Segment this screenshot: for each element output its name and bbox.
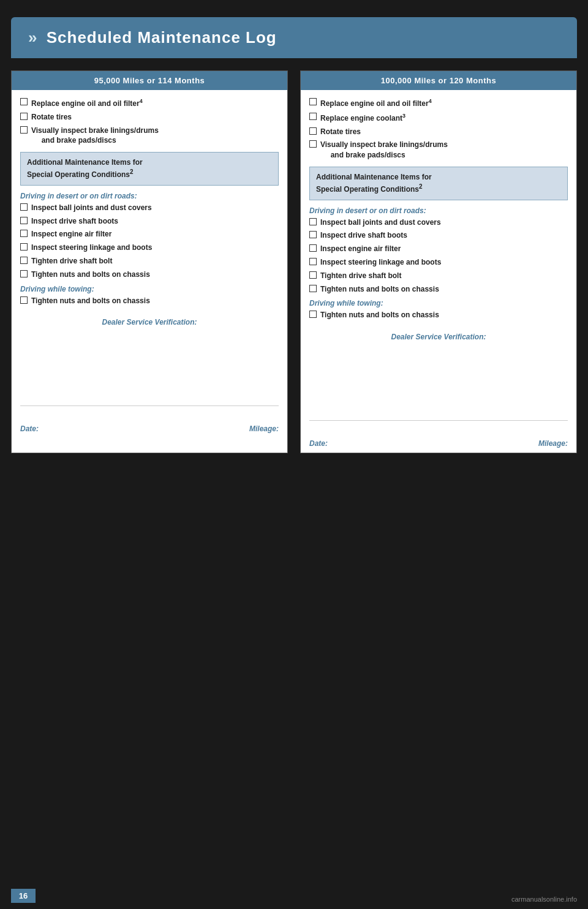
- checkbox-icon: [309, 285, 317, 292]
- left-card-footer: Date: Mileage:: [12, 420, 287, 438]
- page-number: 16: [11, 889, 36, 903]
- left-condition-item-4: Tighten drive shaft bolt: [20, 256, 279, 266]
- right-condition-item-2: Inspect engine air filter: [309, 244, 568, 254]
- right-card-footer: Date: Mileage:: [301, 434, 576, 453]
- left-condition-item-0: Inspect ball joints and dust covers: [20, 203, 279, 213]
- checkbox-icon: [309, 258, 317, 265]
- left-main-item-2: Visually inspect brake linings/drums and…: [20, 126, 279, 146]
- checkbox-icon: [309, 127, 317, 135]
- left-condition-item-5: Tighten nuts and bolts on chassis: [20, 270, 279, 280]
- checkbox-icon: [309, 98, 317, 105]
- left-condition-item-2: Inspect engine air filter: [20, 229, 279, 240]
- checkbox-icon: [309, 311, 317, 318]
- left-additional-box: Additional Maintenance Items forSpecial …: [20, 152, 279, 186]
- left-card-header: 95,000 Miles or 114 Months: [12, 71, 287, 90]
- checkbox-icon: [20, 230, 28, 237]
- page-title: » Scheduled Maintenance Log: [28, 28, 560, 47]
- right-dealer-verification: Dealer Service Verification:: [309, 333, 568, 341]
- right-main-item-0: Replace engine oil and oil filter4: [309, 97, 568, 109]
- right-condition-item-6: Tighten nuts and bolts on chassis: [309, 310, 568, 320]
- main-content: 95,000 Miles or 114 Months Replace engin…: [0, 58, 588, 466]
- checkbox-icon: [20, 270, 28, 277]
- left-condition-header-0: Driving in desert or on dirt roads:: [20, 192, 279, 200]
- left-condition-item-1: Inspect drive shaft boots: [20, 216, 279, 227]
- left-date-label: Date:: [20, 424, 39, 433]
- checkbox-icon: [309, 244, 317, 252]
- right-condition-item-0: Inspect ball joints and dust covers: [309, 217, 568, 228]
- checkbox-icon: [309, 271, 317, 279]
- right-condition-header-0: Driving in desert or on dirt roads:: [309, 206, 568, 215]
- right-card-header: 100,000 Miles or 120 Months: [301, 71, 576, 90]
- checkbox-icon: [309, 140, 317, 148]
- right-signature-area: [309, 347, 568, 421]
- left-main-item-0: Replace engine oil and oil filter4: [20, 97, 279, 109]
- right-condition-item-4: Tighten drive shaft bolt: [309, 271, 568, 281]
- left-additional-title: Additional Maintenance Items forSpecial …: [27, 157, 272, 180]
- checkbox-icon: [20, 203, 28, 211]
- right-date-label: Date:: [309, 439, 328, 448]
- checkbox-icon: [20, 113, 28, 120]
- checkbox-icon: [309, 218, 317, 225]
- left-condition-item-6: Tighten nuts and bolts on chassis: [20, 296, 279, 306]
- right-additional-title: Additional Maintenance Items forSpecial …: [316, 172, 561, 195]
- checkbox-icon: [309, 113, 317, 120]
- right-condition-header-1: Driving while towing:: [309, 299, 568, 307]
- checkbox-icon: [20, 98, 28, 105]
- right-condition-item-3: Inspect steering linkage and boots: [309, 257, 568, 268]
- arrows-icon: »: [28, 28, 37, 47]
- checkbox-icon: [309, 231, 317, 238]
- checkbox-icon: [20, 296, 28, 304]
- page-header: » Scheduled Maintenance Log: [11, 17, 577, 58]
- right-main-item-3: Visually inspect brake linings/drums and…: [309, 140, 568, 160]
- right-main-item-2: Rotate tires: [309, 127, 568, 137]
- checkbox-icon: [20, 257, 28, 264]
- left-mileage-label: Mileage:: [249, 424, 279, 433]
- left-card: 95,000 Miles or 114 Months Replace engin…: [11, 70, 288, 453]
- right-condition-item-5: Tighten nuts and bolts on chassis: [309, 284, 568, 295]
- checkbox-icon: [20, 243, 28, 251]
- checkbox-icon: [20, 126, 28, 134]
- right-mileage-label: Mileage:: [538, 439, 568, 448]
- left-dealer-verification: Dealer Service Verification:: [20, 318, 279, 326]
- right-card: 100,000 Miles or 120 Months Replace engi…: [300, 70, 577, 453]
- left-card-body: Replace engine oil and oil filter4 Rotat…: [12, 90, 287, 420]
- left-signature-area: [20, 333, 279, 406]
- right-additional-box: Additional Maintenance Items forSpecial …: [309, 167, 568, 200]
- right-main-item-1: Replace engine coolant3: [309, 112, 568, 124]
- checkbox-icon: [20, 217, 28, 224]
- watermark: carmanualsonline.info: [511, 896, 577, 903]
- right-condition-item-1: Inspect drive shaft boots: [309, 230, 568, 241]
- left-condition-header-1: Driving while towing:: [20, 285, 279, 293]
- right-card-body: Replace engine oil and oil filter4 Repla…: [301, 90, 576, 434]
- left-main-item-1: Rotate tires: [20, 112, 279, 123]
- left-condition-item-3: Inspect steering linkage and boots: [20, 243, 279, 253]
